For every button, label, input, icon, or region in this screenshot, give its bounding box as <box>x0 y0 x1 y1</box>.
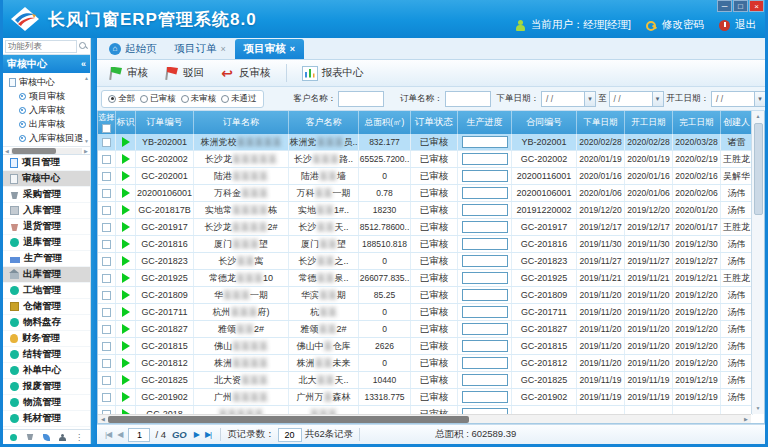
column-header[interactable]: 订单编号 <box>136 111 194 134</box>
scroll-left-icon[interactable]: ◀ <box>3 148 11 154</box>
tree-item[interactable]: 入库审核回退 <box>3 131 90 145</box>
sidebar-menu-item[interactable]: 工地管理 <box>3 283 90 299</box>
person-icon[interactable] <box>59 434 66 441</box>
next-page-button[interactable]: ▶ <box>194 430 199 439</box>
sidebar-menu-item[interactable]: 退货管理 <box>3 219 90 235</box>
table-row[interactable]: GC-201816 厦门某某某望 厦门某某望 188510.818 已审核 GC… <box>98 236 753 253</box>
scroll-right-icon[interactable]: ▶ <box>82 148 90 154</box>
page-number-input[interactable] <box>128 428 150 442</box>
sidebar-menu-item[interactable]: 审核中心 <box>3 171 90 187</box>
sidebar-menu-item[interactable]: 入库管理 <box>3 203 90 219</box>
vertical-scrollbar[interactable]: ▲ ▼ <box>751 111 764 414</box>
scroll-up-icon[interactable]: ▲ <box>756 111 761 122</box>
chevron-down-icon[interactable]: ▾ <box>584 92 595 106</box>
tree-root[interactable]: 审核中心 <box>3 75 90 89</box>
status-radio[interactable]: 未审核 <box>181 93 217 105</box>
table-row[interactable]: GC-202002 长沙龙某某某某某 长沙某某某路.. 65525.7200..… <box>98 151 753 168</box>
table-row[interactable]: GC-202001 陆港某某某某 陆港某某墙 0 已审核 20200116001… <box>98 168 753 185</box>
first-page-button[interactable]: |◀ <box>105 430 111 439</box>
close-button[interactable]: × <box>749 0 764 12</box>
row-checkbox[interactable] <box>102 376 111 385</box>
table-row[interactable]: GC-201815 佛山某某某某 佛山中某仓库 2626 已审核 GC-2018… <box>98 338 753 355</box>
sidebar-menu-item[interactable]: 生产管理 <box>3 251 90 267</box>
tree-item[interactable]: 出库审核 <box>3 117 90 131</box>
sidebar-menu-item[interactable]: 财务管理 <box>3 331 90 347</box>
column-header[interactable]: 客户名称 <box>289 111 359 134</box>
column-header[interactable]: 订单状态 <box>411 111 458 134</box>
search-input[interactable] <box>5 40 77 53</box>
customer-name-input[interactable] <box>338 91 384 107</box>
sidebar-menu-item[interactable]: 物料盘存 <box>3 315 90 331</box>
go-button[interactable]: GO <box>172 429 187 440</box>
last-page-button[interactable]: ▶| <box>205 430 211 439</box>
row-checkbox[interactable] <box>102 257 111 266</box>
table-row[interactable]: GC-201827 雅颂某某2# 雅颂某某2# 0 已审核 GC-201827 … <box>98 321 753 338</box>
table-row[interactable]: GC-201917 长沙龙某某某某2# 长沙某某天.. 8512.78600..… <box>98 219 753 236</box>
status-radio[interactable]: 未通过 <box>221 93 257 105</box>
tree-scroll-track[interactable] <box>11 148 82 154</box>
row-checkbox[interactable] <box>102 359 111 368</box>
table-row[interactable]: YB-202001 株洲党校某某某某某 株洲党某某某员.. 832.177 已审… <box>98 134 753 151</box>
row-checkbox[interactable] <box>102 189 111 198</box>
table-row[interactable]: GC-201823 长沙某某寓 长沙某某之.. 0 已审核 GC-201823 … <box>98 253 753 270</box>
row-checkbox[interactable] <box>102 342 111 351</box>
horizontal-scrollbar[interactable]: ◀ ▶ <box>98 414 751 423</box>
row-checkbox[interactable] <box>102 223 111 232</box>
change-password-link[interactable]: 修改密码 <box>662 18 704 32</box>
prev-page-button[interactable]: ◀ <box>117 430 122 439</box>
select-all-checkbox[interactable] <box>102 124 111 133</box>
toolbar-button[interactable]: 报表中心 <box>302 66 364 81</box>
sidebar-menu-item[interactable]: 采购管理 <box>3 187 90 203</box>
row-checkbox[interactable] <box>102 172 111 181</box>
row-checkbox[interactable] <box>102 155 111 164</box>
column-header[interactable]: 下单日期 <box>577 111 625 134</box>
toolbar-button[interactable]: 驳回 <box>163 66 204 81</box>
sidebar-menu-item[interactable]: 补单中心 <box>3 363 90 379</box>
column-header[interactable]: 生产进度 <box>458 111 512 134</box>
sidebar-menu-item[interactable]: 项目管理 <box>3 155 90 171</box>
logout-link[interactable]: 退出 <box>735 18 756 32</box>
more-options-icon[interactable]: ⋮ <box>75 434 83 441</box>
column-header[interactable]: 标识 <box>116 111 136 134</box>
sidebar-menu-item[interactable]: 耗材管理 <box>3 411 90 427</box>
column-header[interactable]: 开工日期 <box>625 111 673 134</box>
table-row[interactable]: GC-201812 株洲某某某某 株洲某某未来 0 已审核 GC-201812 … <box>98 355 753 372</box>
start-date-input[interactable]: / /▾ <box>711 91 765 107</box>
table-row[interactable]: GC-201817B 实地常某某某某栋 实地某某1#.. 18230 已审核 2… <box>98 202 753 219</box>
tab[interactable]: 项目审核 × <box>235 39 304 59</box>
column-header[interactable]: 总面积(㎡) <box>359 111 411 134</box>
row-checkbox[interactable] <box>102 325 111 334</box>
order-date-from-input[interactable]: / /▾ <box>541 91 596 107</box>
scroll-left-icon[interactable]: ◀ <box>98 416 108 422</box>
sidebar-menu-item[interactable]: 结转管理 <box>3 347 90 363</box>
column-header[interactable]: 完工日期 <box>673 111 721 134</box>
table-row[interactable]: GC-201902 广州某某某某 广州万某森林 13318.775 已审核 GC… <box>98 389 753 406</box>
table-row[interactable]: GC-201825 北大资某某某 北大某某天.. 10440 已审核 GC-20… <box>98 372 753 389</box>
page-size-input[interactable] <box>278 428 302 442</box>
table-row[interactable]: GC-201925 常德龙某某某10 常德某某泉.. 266077.835.. … <box>98 270 753 287</box>
order-date-to-input[interactable]: / /▾ <box>609 91 664 107</box>
chevron-down-icon[interactable]: ▾ <box>754 92 765 106</box>
column-header[interactable]: 选择 <box>98 111 116 134</box>
row-checkbox[interactable] <box>102 274 111 283</box>
leaf-icon[interactable] <box>43 434 50 441</box>
row-checkbox[interactable] <box>102 138 111 147</box>
scroll-down-icon[interactable]: ▼ <box>756 403 761 414</box>
sidebar-menu-item[interactable]: 报废管理 <box>3 379 90 395</box>
status-radio[interactable]: 已审核 <box>140 93 176 105</box>
row-checkbox[interactable] <box>102 206 111 215</box>
column-header[interactable]: 创建人 <box>721 111 753 134</box>
collapse-icon[interactable]: « <box>81 59 86 69</box>
tab[interactable]: 项目订单 × <box>166 39 235 59</box>
chevron-down-icon[interactable]: ▾ <box>652 92 663 106</box>
scroll-down-icon[interactable]: ▼ <box>84 138 89 144</box>
maximize-button[interactable]: □ <box>733 0 748 12</box>
horizontal-scroll-thumb[interactable] <box>108 416 469 423</box>
table-row[interactable]: GC-201711 杭州某某某府) 杭某某 0 已审核 GC-201711 20… <box>98 304 753 321</box>
tree-item[interactable]: 入库审核 <box>3 103 90 117</box>
column-header[interactable]: 订单名称 <box>194 111 289 134</box>
tree-scroll-thumb[interactable] <box>12 148 56 154</box>
row-checkbox[interactable] <box>102 308 111 317</box>
row-checkbox[interactable] <box>102 393 111 402</box>
sidebar-menu-item[interactable]: 出库管理 <box>3 267 90 283</box>
